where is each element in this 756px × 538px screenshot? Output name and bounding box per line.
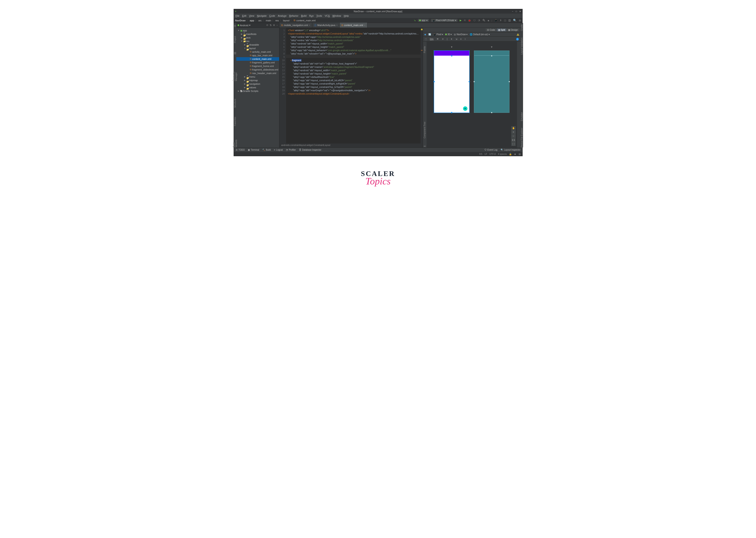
search-everywhere-icon[interactable]: 🔍 (513, 19, 517, 22)
stop-button[interactable]: ■ (488, 19, 489, 22)
tree-item[interactable]: ▶▸📁java (236, 36, 279, 39)
layout-inspector-icon[interactable]: ◫ (504, 19, 506, 22)
tree-item[interactable]: ▶▸📁manifests (236, 32, 279, 36)
emulator-tool-tab[interactable]: Emulator (521, 112, 523, 121)
locale-selector[interactable]: 🌐 Default (en-us) ▾ (470, 33, 490, 35)
layout-warning-icon[interactable]: ! (517, 33, 519, 35)
tree-item[interactable]: ⧉content_main.xml (236, 57, 279, 61)
zoom-100-button[interactable]: 1:1 (511, 138, 516, 142)
status-indent[interactable]: 4 spaces (498, 153, 507, 155)
menu-refactor[interactable]: Refactor (289, 15, 299, 17)
tree-item[interactable]: ▶▸📁navigation (236, 82, 279, 86)
layout-inspector-tool-tab[interactable]: 🔍 Layout Inspector (500, 149, 521, 151)
clear-constraints-icon[interactable]: ✕ (442, 38, 444, 40)
editor-breadcrumb[interactable]: androidx.constraintlayout.widget.Constra… (279, 143, 423, 147)
project-tool-tab[interactable]: Project (234, 36, 236, 43)
window-maximize-icon[interactable]: □ (515, 10, 517, 13)
menu-file[interactable]: FFileile (236, 15, 240, 17)
sidebar-tool-settings[interactable]: ✲ (273, 24, 275, 27)
menu-navigate[interactable]: Navigate (257, 15, 266, 17)
editor-tab-content-main[interactable]: ⧉content_main.xml× (340, 23, 367, 27)
zoom-out-button[interactable]: − (511, 134, 516, 138)
build-variants-tool-tab[interactable]: Build Variants (232, 135, 237, 147)
apply-changes-icon[interactable]: ⟲ (464, 19, 466, 22)
project-tool-icon[interactable]: ▤ (234, 24, 236, 27)
menu-vcs[interactable]: VCS (325, 15, 330, 17)
sdk-manager-icon[interactable]: ⬇ (500, 19, 502, 22)
code-marker-icon[interactable] (421, 50, 423, 50)
align-icon[interactable]: ≡ (460, 38, 462, 40)
resource-manager-icon[interactable]: 🖼 (508, 19, 511, 22)
tree-item[interactable]: ▼▣app (236, 29, 279, 32)
warning-marker-icon[interactable] (421, 29, 423, 30)
code-editor[interactable]: 1234567891011121314151617181920 <?xml ve… (279, 28, 423, 143)
pan-tool-icon[interactable]: ✋ (511, 126, 516, 130)
device-preview-blueprint[interactable]: ▼ (474, 50, 509, 143)
menu-run[interactable]: Run (309, 15, 314, 17)
view-mode-design[interactable]: ▦ Design (507, 28, 519, 31)
close-tab-icon[interactable]: × (336, 24, 338, 27)
build-tool-tab[interactable]: 🔨 Build (262, 149, 271, 151)
tree-item[interactable]: ▼📁res (236, 39, 279, 43)
app-menu-icon[interactable]: ▾ (235, 10, 236, 13)
close-tab-icon[interactable]: × (309, 24, 310, 27)
menu-help[interactable]: Help (344, 15, 349, 17)
menu-code[interactable]: Code (269, 15, 275, 17)
coverage-icon[interactable]: 🛡 (473, 19, 476, 22)
logcat-tool-tab[interactable]: ≡ Logcat (274, 149, 283, 151)
tree-item[interactable]: ⧉nav_header_main.xml (236, 72, 279, 75)
default-margins-icon[interactable]: ⬚ (425, 38, 427, 40)
view-mode-split[interactable]: ▥ Split (497, 28, 506, 31)
status-encoding[interactable]: UTF-8 (490, 153, 496, 155)
profiler-tool-tab[interactable]: ◔ Profiler (286, 149, 296, 151)
favorites-tool-tab[interactable]: Favorites (234, 117, 236, 126)
run-config-selector[interactable]: app ▾ (418, 19, 429, 22)
gradle-tool-tab[interactable]: Gradle (521, 24, 523, 31)
tree-item[interactable]: ⧉activity_main.xml (236, 50, 279, 54)
pack-icon[interactable]: ⇲ (455, 38, 457, 40)
attach-debugger-icon[interactable]: 🔌 (482, 19, 486, 22)
zoom-fit-button[interactable]: ⛶ (511, 142, 516, 146)
tree-item[interactable]: ▼▸📁layout (236, 46, 279, 50)
sidebar-tool-select-opened[interactable]: ⟳ (266, 24, 268, 27)
design-surface[interactable]: ▼ ✉ (427, 42, 517, 147)
editor-error-stripe[interactable] (421, 28, 423, 143)
menu-tools[interactable]: Tools (316, 15, 322, 17)
code-content[interactable]: <?xml version="1.0" encoding="utf-8"?> <… (288, 29, 419, 95)
sidebar-tool-hide[interactable]: − (276, 24, 278, 27)
menu-view[interactable]: View (249, 15, 254, 17)
tree-item[interactable]: ▶▸📁drawable (236, 43, 279, 46)
debug-button[interactable]: 🐞 (468, 19, 471, 22)
status-line-separator[interactable]: LF (485, 153, 487, 155)
device-preview-selector[interactable]: 📱 Pixel ▾ (433, 33, 443, 35)
status-memory-icon[interactable]: ▤ (519, 153, 521, 155)
device-preview-design[interactable]: ▼ ✉ (434, 50, 469, 143)
profiler-icon[interactable]: ◔ (478, 19, 480, 22)
surface-selector[interactable]: ◆ (424, 33, 426, 35)
api-level-selector[interactable]: 30 ▾ (445, 33, 452, 35)
project-structure-icon[interactable]: ▤ (519, 19, 521, 22)
tree-item[interactable]: ▶▸📁values (236, 86, 279, 89)
status-caret-pos[interactable]: 9:5 (479, 153, 482, 155)
run-button[interactable]: ▶ (460, 19, 461, 22)
status-inspection-icon[interactable]: ☻ (514, 153, 516, 155)
view-mode-code[interactable]: ☰ Code (486, 28, 496, 31)
layout-validation-tool-tab[interactable]: Layout Validation (521, 38, 523, 55)
orientation-selector[interactable]: 🔄 (428, 33, 431, 35)
info-icon[interactable]: i (516, 38, 519, 40)
status-read-only-icon[interactable]: 🔓 (509, 153, 512, 155)
tree-item[interactable]: ⧉fragment_slideshow.xml (236, 68, 279, 72)
toggle-visibility-icon[interactable]: 👁 (437, 38, 439, 40)
palette-tab[interactable]: Palette (423, 46, 426, 53)
tree-item[interactable]: ▶▸📁menu (236, 75, 279, 79)
window-minimize-icon[interactable]: − (512, 10, 513, 13)
device-file-explorer-tool-tab[interactable]: Device File Explorer (521, 128, 523, 147)
menu-build[interactable]: Build (301, 15, 306, 17)
sync-gradle-icon[interactable]: ↘ (414, 19, 416, 22)
project-tree[interactable]: ▼▣app▶▸📁manifests▶▸📁java▼📁res▶▸📁drawable… (236, 28, 279, 147)
menu-window[interactable]: Window (332, 15, 341, 17)
close-tab-icon[interactable]: × (364, 24, 365, 27)
window-close-icon[interactable]: ✕ (519, 10, 521, 13)
tree-item[interactable]: ▶▸📁mipmap (236, 79, 279, 82)
zoom-in-button[interactable]: + (511, 130, 516, 134)
